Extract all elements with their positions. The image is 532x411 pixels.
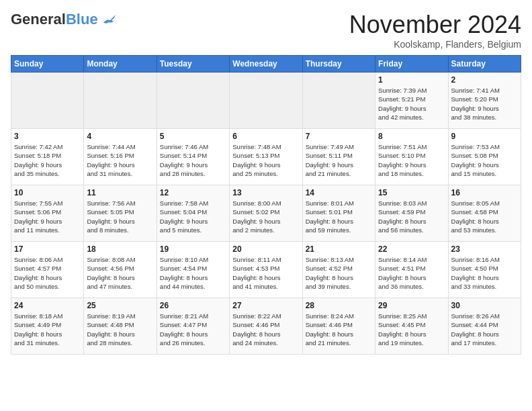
day-header-sunday: Sunday bbox=[11, 56, 84, 73]
day-info: Sunrise: 8:13 AM Sunset: 4:52 PM Dayligh… bbox=[306, 255, 372, 291]
calendar-header: SundayMondayTuesdayWednesdayThursdayFrid… bbox=[11, 56, 521, 73]
calendar-cell: 21Sunrise: 8:13 AM Sunset: 4:52 PM Dayli… bbox=[302, 242, 375, 298]
day-number: 20 bbox=[232, 244, 299, 254]
location-subtitle: Koolskamp, Flanders, Belgium bbox=[349, 39, 521, 50]
day-header-monday: Monday bbox=[84, 56, 157, 73]
day-info: Sunrise: 8:10 AM Sunset: 4:54 PM Dayligh… bbox=[160, 255, 226, 291]
day-number: 25 bbox=[87, 301, 153, 310]
day-info: Sunrise: 8:06 AM Sunset: 4:57 PM Dayligh… bbox=[14, 255, 81, 291]
calendar-cell: 10Sunrise: 7:55 AM Sunset: 5:06 PM Dayli… bbox=[11, 185, 84, 242]
calendar-cell: 6Sunrise: 7:48 AM Sunset: 5:13 PM Daylig… bbox=[230, 129, 302, 185]
day-number: 21 bbox=[306, 244, 372, 254]
day-info: Sunrise: 8:00 AM Sunset: 5:02 PM Dayligh… bbox=[232, 199, 299, 234]
day-number: 19 bbox=[160, 244, 226, 254]
day-number: 23 bbox=[451, 244, 518, 254]
calendar-cell: 11Sunrise: 7:56 AM Sunset: 5:05 PM Dayli… bbox=[84, 185, 157, 242]
day-number: 28 bbox=[306, 301, 372, 310]
day-number: 12 bbox=[160, 188, 226, 197]
logo-bird-icon bbox=[102, 13, 117, 26]
logo: GeneralBlue bbox=[11, 11, 117, 28]
calendar-cell: 14Sunrise: 8:01 AM Sunset: 5:01 PM Dayli… bbox=[302, 185, 375, 242]
day-number: 6 bbox=[232, 132, 299, 141]
day-info: Sunrise: 8:14 AM Sunset: 4:51 PM Dayligh… bbox=[378, 255, 445, 291]
calendar-cell: 24Sunrise: 8:18 AM Sunset: 4:49 PM Dayli… bbox=[11, 298, 84, 355]
day-info: Sunrise: 7:55 AM Sunset: 5:06 PM Dayligh… bbox=[14, 199, 81, 234]
calendar-cell: 28Sunrise: 8:24 AM Sunset: 4:46 PM Dayli… bbox=[302, 298, 375, 355]
day-header-saturday: Saturday bbox=[448, 56, 521, 73]
week-row-5: 24Sunrise: 8:18 AM Sunset: 4:49 PM Dayli… bbox=[11, 298, 521, 355]
calendar-table: SundayMondayTuesdayWednesdayThursdayFrid… bbox=[11, 55, 521, 355]
day-number: 26 bbox=[160, 301, 226, 310]
week-row-1: 1Sunrise: 7:39 AM Sunset: 5:21 PM Daylig… bbox=[11, 73, 521, 129]
day-info: Sunrise: 7:53 AM Sunset: 5:08 PM Dayligh… bbox=[451, 142, 518, 178]
day-number: 5 bbox=[160, 132, 226, 141]
week-row-4: 17Sunrise: 8:06 AM Sunset: 4:57 PM Dayli… bbox=[11, 242, 521, 298]
day-info: Sunrise: 7:58 AM Sunset: 5:04 PM Dayligh… bbox=[160, 199, 226, 234]
day-info: Sunrise: 7:56 AM Sunset: 5:05 PM Dayligh… bbox=[87, 199, 153, 234]
calendar-cell bbox=[84, 73, 157, 129]
week-row-3: 10Sunrise: 7:55 AM Sunset: 5:06 PM Dayli… bbox=[11, 185, 521, 242]
day-info: Sunrise: 7:46 AM Sunset: 5:14 PM Dayligh… bbox=[160, 142, 226, 178]
day-info: Sunrise: 8:16 AM Sunset: 4:50 PM Dayligh… bbox=[451, 255, 518, 291]
day-number: 15 bbox=[378, 188, 445, 197]
calendar-cell: 9Sunrise: 7:53 AM Sunset: 5:08 PM Daylig… bbox=[448, 129, 521, 185]
calendar-cell bbox=[302, 73, 375, 129]
day-info: Sunrise: 7:42 AM Sunset: 5:18 PM Dayligh… bbox=[14, 142, 81, 178]
logo-general-text: General bbox=[11, 11, 66, 28]
day-info: Sunrise: 7:44 AM Sunset: 5:16 PM Dayligh… bbox=[87, 142, 153, 178]
calendar-cell: 27Sunrise: 8:22 AM Sunset: 4:46 PM Dayli… bbox=[230, 298, 302, 355]
calendar-cell: 16Sunrise: 8:05 AM Sunset: 4:58 PM Dayli… bbox=[448, 185, 521, 242]
calendar-cell: 5Sunrise: 7:46 AM Sunset: 5:14 PM Daylig… bbox=[157, 129, 229, 185]
calendar-cell: 13Sunrise: 8:00 AM Sunset: 5:02 PM Dayli… bbox=[230, 185, 302, 242]
header-row: SundayMondayTuesdayWednesdayThursdayFrid… bbox=[11, 56, 521, 73]
day-info: Sunrise: 8:25 AM Sunset: 4:45 PM Dayligh… bbox=[378, 312, 445, 347]
calendar-cell: 3Sunrise: 7:42 AM Sunset: 5:18 PM Daylig… bbox=[11, 129, 84, 185]
day-number: 2 bbox=[451, 75, 518, 85]
day-number: 16 bbox=[451, 188, 518, 197]
day-header-tuesday: Tuesday bbox=[157, 56, 229, 73]
day-info: Sunrise: 8:05 AM Sunset: 4:58 PM Dayligh… bbox=[451, 199, 518, 234]
day-number: 14 bbox=[306, 188, 372, 197]
day-info: Sunrise: 7:41 AM Sunset: 5:20 PM Dayligh… bbox=[451, 86, 518, 122]
day-info: Sunrise: 8:19 AM Sunset: 4:48 PM Dayligh… bbox=[87, 312, 153, 347]
day-info: Sunrise: 8:11 AM Sunset: 4:53 PM Dayligh… bbox=[232, 255, 299, 291]
title-section: November 2024 Koolskamp, Flanders, Belgi… bbox=[349, 11, 521, 50]
calendar-cell: 19Sunrise: 8:10 AM Sunset: 4:54 PM Dayli… bbox=[157, 242, 229, 298]
day-number: 4 bbox=[87, 132, 153, 141]
day-info: Sunrise: 8:03 AM Sunset: 4:59 PM Dayligh… bbox=[378, 199, 445, 234]
calendar-cell: 26Sunrise: 8:21 AM Sunset: 4:47 PM Dayli… bbox=[157, 298, 229, 355]
week-row-2: 3Sunrise: 7:42 AM Sunset: 5:18 PM Daylig… bbox=[11, 129, 521, 185]
calendar-cell: 29Sunrise: 8:25 AM Sunset: 4:45 PM Dayli… bbox=[375, 298, 448, 355]
day-info: Sunrise: 8:08 AM Sunset: 4:56 PM Dayligh… bbox=[87, 255, 153, 291]
day-info: Sunrise: 8:01 AM Sunset: 5:01 PM Dayligh… bbox=[306, 199, 372, 234]
day-info: Sunrise: 8:24 AM Sunset: 4:46 PM Dayligh… bbox=[306, 312, 372, 347]
calendar-cell: 2Sunrise: 7:41 AM Sunset: 5:20 PM Daylig… bbox=[448, 73, 521, 129]
day-info: Sunrise: 7:49 AM Sunset: 5:11 PM Dayligh… bbox=[306, 142, 372, 178]
day-number: 24 bbox=[14, 301, 81, 310]
calendar-cell: 22Sunrise: 8:14 AM Sunset: 4:51 PM Dayli… bbox=[375, 242, 448, 298]
day-number: 11 bbox=[87, 188, 153, 197]
day-info: Sunrise: 8:18 AM Sunset: 4:49 PM Dayligh… bbox=[14, 312, 81, 347]
day-number: 18 bbox=[87, 244, 153, 254]
calendar-cell bbox=[230, 73, 302, 129]
calendar-cell: 12Sunrise: 7:58 AM Sunset: 5:04 PM Dayli… bbox=[157, 185, 229, 242]
calendar-cell: 7Sunrise: 7:49 AM Sunset: 5:11 PM Daylig… bbox=[302, 129, 375, 185]
calendar-cell bbox=[11, 73, 84, 129]
day-info: Sunrise: 8:22 AM Sunset: 4:46 PM Dayligh… bbox=[232, 312, 299, 347]
calendar-cell bbox=[157, 73, 229, 129]
day-info: Sunrise: 8:26 AM Sunset: 4:44 PM Dayligh… bbox=[451, 312, 518, 347]
day-number: 8 bbox=[378, 132, 445, 141]
day-number: 27 bbox=[232, 301, 299, 310]
calendar-cell: 25Sunrise: 8:19 AM Sunset: 4:48 PM Dayli… bbox=[84, 298, 157, 355]
page-header: GeneralBlue November 2024 Koolskamp, Fla… bbox=[11, 11, 521, 50]
calendar-cell: 8Sunrise: 7:51 AM Sunset: 5:10 PM Daylig… bbox=[375, 129, 448, 185]
calendar-cell: 23Sunrise: 8:16 AM Sunset: 4:50 PM Dayli… bbox=[448, 242, 521, 298]
day-number: 17 bbox=[14, 244, 81, 254]
day-number: 3 bbox=[14, 132, 81, 141]
calendar-cell: 18Sunrise: 8:08 AM Sunset: 4:56 PM Dayli… bbox=[84, 242, 157, 298]
day-number: 7 bbox=[306, 132, 372, 141]
calendar-cell: 20Sunrise: 8:11 AM Sunset: 4:53 PM Dayli… bbox=[230, 242, 302, 298]
calendar-cell: 4Sunrise: 7:44 AM Sunset: 5:16 PM Daylig… bbox=[84, 129, 157, 185]
day-info: Sunrise: 8:21 AM Sunset: 4:47 PM Dayligh… bbox=[160, 312, 226, 347]
day-number: 30 bbox=[451, 301, 518, 310]
